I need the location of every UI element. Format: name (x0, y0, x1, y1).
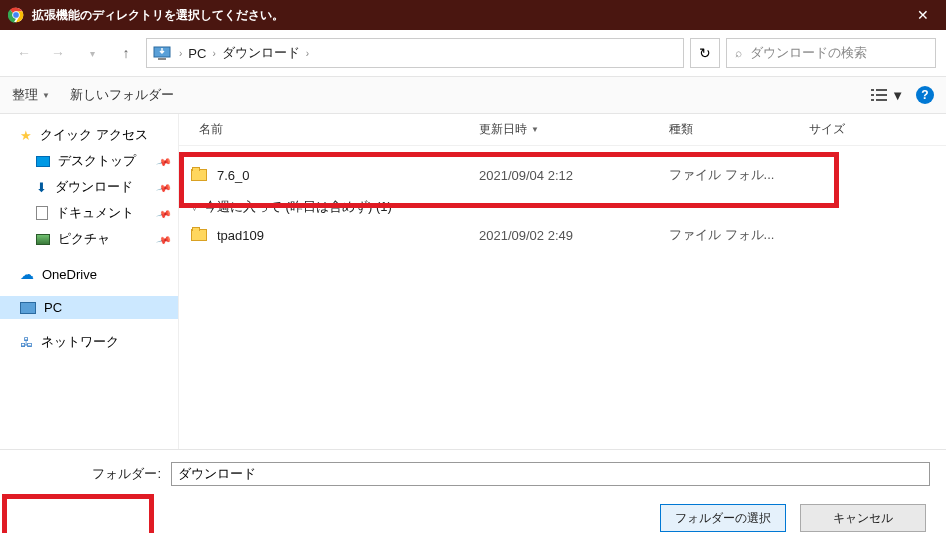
svg-rect-11 (876, 99, 887, 101)
download-location-icon (153, 46, 171, 60)
search-icon: ⌕ (735, 46, 742, 60)
svg-rect-9 (876, 94, 887, 96)
search-input[interactable]: ⌕ ダウンロードの検索 (726, 38, 936, 68)
titlebar: 拡張機能のディレクトリを選択してください。 ✕ (0, 0, 946, 30)
address-bar[interactable]: › PC › ダウンロード › (146, 38, 684, 68)
refresh-button[interactable]: ↻ (690, 38, 720, 68)
sidebar-onedrive[interactable]: ☁OneDrive (0, 262, 178, 286)
breadcrumb-sep-icon: › (177, 48, 184, 59)
svg-rect-10 (871, 99, 874, 101)
sidebar-documents[interactable]: ドキュメント📌 (0, 200, 178, 226)
pin-icon: 📌 (156, 205, 172, 221)
column-header-row: 名前 更新日時▼ 種類 サイズ (179, 114, 946, 146)
folder-icon (191, 229, 207, 241)
address-row: ← → ▾ ↑ › PC › ダウンロード › ↻ ⌕ ダウンロードの検索 (0, 30, 946, 76)
nav-back-button[interactable]: ← (10, 39, 38, 67)
star-icon: ★ (20, 128, 32, 143)
sidebar-downloads[interactable]: ⬇ダウンロード📌 (0, 174, 178, 200)
pictures-icon (36, 234, 50, 245)
search-placeholder: ダウンロードの検索 (750, 44, 867, 62)
toolbar: 整理▼ 新しいフォルダー ▼ ? (0, 76, 946, 114)
chrome-icon (8, 7, 24, 23)
caret-down-icon: ▽ (191, 202, 198, 212)
pin-icon: 📌 (156, 153, 172, 169)
breadcrumb-pc[interactable]: PC (184, 46, 210, 61)
svg-point-2 (13, 12, 18, 17)
column-name[interactable]: 名前 (179, 121, 479, 138)
view-mode-button[interactable]: ▼ (871, 88, 904, 103)
folder-name-input[interactable] (171, 462, 930, 486)
breadcrumb-folder[interactable]: ダウンロード (218, 44, 304, 62)
list-item[interactable]: 7.6_0 2021/09/04 2:12 ファイル フォル... (179, 160, 946, 190)
nav-forward-button[interactable]: → (44, 39, 72, 67)
pin-icon: 📌 (156, 231, 172, 247)
onedrive-icon: ☁ (20, 266, 34, 282)
sidebar-network[interactable]: 🖧ネットワーク (0, 329, 178, 355)
breadcrumb-sep-icon: › (304, 48, 311, 59)
column-type[interactable]: 種類 (669, 121, 809, 138)
svg-rect-7 (876, 89, 887, 91)
desktop-icon (36, 156, 50, 167)
column-date[interactable]: 更新日時▼ (479, 121, 669, 138)
list-item[interactable]: tpad109 2021/09/02 2:49 ファイル フォル... (179, 220, 946, 250)
sidebar: ★クイック アクセス デスクトップ📌 ⬇ダウンロード📌 ドキュメント📌 ピクチャ… (0, 114, 178, 449)
folder-field-label: フォルダー: (16, 465, 171, 483)
select-folder-button[interactable]: フォルダーの選択 (660, 504, 786, 532)
window-title: 拡張機能のディレクトリを選択してください。 (32, 7, 908, 24)
svg-rect-6 (871, 89, 874, 91)
sidebar-quick-access[interactable]: ★クイック アクセス (0, 122, 178, 148)
nav-up-button[interactable]: ↑ (112, 39, 140, 67)
close-button[interactable]: ✕ (908, 7, 938, 23)
list-group-header[interactable]: ▽今週に入って (昨日は含めず) (1) (179, 190, 946, 220)
sidebar-desktop[interactable]: デスクトップ📌 (0, 148, 178, 174)
help-button[interactable]: ? (916, 86, 934, 104)
new-folder-button[interactable]: 新しいフォルダー (70, 86, 174, 104)
network-icon: 🖧 (20, 335, 33, 350)
svg-rect-5 (158, 58, 166, 60)
breadcrumb-sep-icon: › (210, 48, 217, 59)
document-icon (36, 206, 48, 220)
details-view-icon (871, 88, 887, 102)
download-icon: ⬇ (36, 180, 47, 195)
column-size[interactable]: サイズ (809, 121, 899, 138)
sort-descending-icon: ▼ (531, 125, 539, 134)
pc-icon (20, 302, 36, 314)
pin-icon: 📌 (156, 179, 172, 195)
sidebar-pc[interactable]: PC (0, 296, 178, 319)
annotation-highlight (2, 494, 154, 533)
sidebar-pictures[interactable]: ピクチャ📌 (0, 226, 178, 252)
folder-icon (191, 169, 207, 181)
cancel-button[interactable]: キャンセル (800, 504, 926, 532)
file-list: 名前 更新日時▼ 種類 サイズ 7.6_0 2021/09/04 2:12 ファ… (178, 114, 946, 449)
svg-rect-8 (871, 94, 874, 96)
nav-recent-button[interactable]: ▾ (78, 39, 106, 67)
organize-menu[interactable]: 整理▼ (12, 86, 50, 104)
dialog-footer: フォルダー: フォルダーの選択 キャンセル (0, 449, 946, 533)
